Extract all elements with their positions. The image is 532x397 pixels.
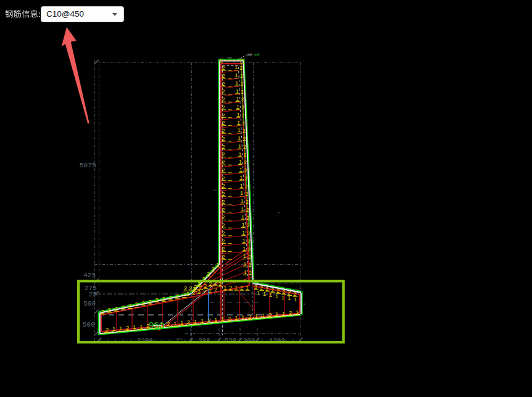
svg-text:1: 1: [194, 318, 197, 325]
svg-text:+: +: [278, 211, 280, 215]
svg-text:2: 2: [243, 128, 246, 134]
svg-text:2: 2: [249, 262, 252, 268]
svg-text:2: 2: [268, 311, 272, 318]
svg-text:2: 2: [222, 112, 225, 119]
svg-text:2: 2: [247, 222, 250, 228]
svg-text:1: 1: [246, 284, 249, 291]
svg-text:2: 2: [244, 152, 247, 158]
svg-text:1: 1: [238, 151, 241, 157]
svg-text:2: 2: [247, 238, 251, 244]
svg-text:1: 1: [263, 291, 266, 297]
svg-text:1: 1: [239, 158, 242, 165]
svg-text:1: 1: [241, 198, 244, 204]
svg-text:1: 1: [244, 269, 247, 275]
svg-text:2: 2: [222, 119, 225, 126]
svg-text:2: 2: [243, 136, 246, 142]
svg-text:2: 2: [243, 144, 246, 150]
svg-text:1: 1: [240, 190, 243, 196]
svg-text:5075: 5075: [79, 161, 96, 169]
svg-text:425: 425: [83, 272, 96, 279]
svg-text:+: +: [303, 302, 305, 306]
svg-text:2: 2: [142, 299, 145, 306]
svg-text:2: 2: [216, 261, 219, 268]
svg-text:2: 2: [187, 319, 190, 325]
svg-text:2: 2: [222, 72, 225, 79]
svg-text:2: 2: [203, 288, 206, 295]
svg-text:2: 2: [209, 288, 212, 294]
svg-text:2: 2: [222, 253, 225, 260]
svg-text:1: 1: [288, 295, 291, 301]
svg-text:2: 2: [222, 80, 225, 87]
svg-text:1: 1: [173, 320, 177, 327]
svg-text:1: 1: [255, 312, 258, 319]
svg-text:2: 2: [248, 313, 251, 320]
svg-text:2: 2: [106, 326, 109, 333]
svg-text:1: 1: [238, 127, 241, 133]
svg-text:1: 1: [235, 72, 238, 78]
svg-text:25: 25: [89, 291, 97, 298]
svg-text:2: 2: [247, 230, 250, 236]
svg-text:2: 2: [244, 175, 247, 182]
svg-text:1: 1: [275, 311, 278, 317]
svg-text:2: 2: [242, 112, 245, 119]
svg-text:2: 2: [222, 151, 225, 157]
svg-text:sso: sso: [212, 189, 217, 191]
svg-text:2: 2: [241, 89, 244, 95]
svg-text:2: 2: [241, 96, 244, 102]
svg-text:2: 2: [241, 81, 244, 87]
svg-text:2: 2: [222, 238, 225, 244]
svg-text:1: 1: [239, 174, 243, 181]
svg-text:2: 2: [248, 254, 251, 260]
svg-text:2: 2: [222, 182, 225, 189]
svg-text:500: 500: [83, 321, 95, 328]
svg-text:2: 2: [149, 298, 152, 305]
svg-text:2: 2: [108, 306, 111, 313]
svg-text:1: 1: [238, 143, 241, 149]
svg-text:500: 500: [83, 300, 96, 307]
svg-text:2: 2: [246, 191, 249, 197]
svg-text:1: 1: [236, 95, 239, 102]
svg-text:1: 1: [275, 293, 278, 299]
svg-text:2: 2: [246, 199, 249, 205]
svg-text:1: 1: [257, 290, 260, 296]
svg-text:2: 2: [186, 291, 189, 297]
svg-text:2: 2: [176, 293, 179, 299]
svg-text:2: 2: [242, 120, 245, 127]
svg-text:ssss: ssss: [177, 338, 183, 340]
svg-text:2: 2: [222, 230, 225, 236]
svg-text:1: 1: [243, 245, 246, 252]
svg-text:2: 2: [222, 159, 225, 165]
svg-text:r.wait: r.wait: [246, 53, 252, 56]
svg-text:2: 2: [244, 167, 247, 173]
svg-text:2: 2: [214, 286, 217, 293]
svg-text:2: 2: [229, 284, 232, 291]
svg-text:1: 1: [282, 310, 285, 317]
svg-text:2: 2: [260, 284, 263, 291]
svg-text:1: 1: [238, 135, 241, 141]
svg-text:2: 2: [122, 304, 125, 311]
svg-text:2: 2: [222, 143, 225, 150]
svg-text:2: 2: [222, 167, 225, 173]
svg-text:1: 1: [243, 237, 246, 244]
svg-text:2: 2: [183, 291, 186, 298]
svg-text:2: 2: [240, 284, 243, 291]
svg-text:2: 2: [248, 246, 251, 253]
svg-text:1: 1: [236, 103, 239, 110]
svg-text:1: 1: [236, 111, 239, 118]
svg-text:2: 2: [101, 308, 104, 315]
svg-text:2: 2: [240, 73, 243, 79]
svg-text:1: 1: [223, 284, 227, 291]
svg-text:2: 2: [254, 283, 257, 290]
svg-text:2: 2: [246, 207, 249, 213]
svg-text:1: 1: [235, 80, 238, 86]
svg-text:2: 2: [222, 96, 225, 102]
svg-text:2: 2: [222, 64, 225, 71]
svg-text:2: 2: [222, 222, 225, 228]
svg-text:2: 2: [246, 215, 249, 221]
svg-text:1: 1: [269, 292, 272, 298]
svg-text:wall: wall: [254, 53, 259, 56]
svg-text:2: 2: [222, 104, 225, 111]
svg-text:2: 2: [135, 301, 138, 307]
svg-text:2: 2: [193, 285, 196, 292]
svg-text:2: 2: [241, 104, 244, 111]
